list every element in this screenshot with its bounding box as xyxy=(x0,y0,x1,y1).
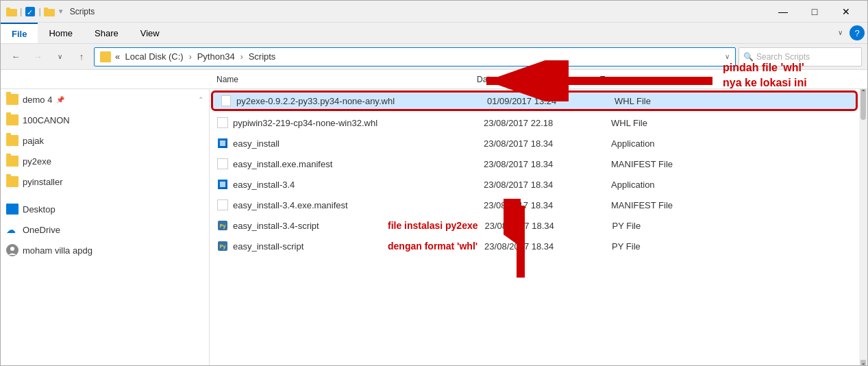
nav-item-onedrive[interactable]: ☁ OneDrive xyxy=(1,219,209,240)
file-name-script2: easy_install-script xyxy=(233,241,384,252)
col-type-header[interactable]: Type xyxy=(600,75,852,84)
title-folder-icon2 xyxy=(44,6,55,17)
nav-item-pajak[interactable]: pajak xyxy=(1,130,209,151)
annotation-inline-text2: dengan format 'whl' xyxy=(388,241,478,252)
maximize-button[interactable]: □ xyxy=(799,1,830,23)
nav-label-100canon: 100CANON xyxy=(23,115,70,125)
col-name-header[interactable]: Name xyxy=(216,75,477,84)
svg-rect-1 xyxy=(6,8,10,10)
path-part-scripts: Scripts xyxy=(249,51,276,62)
address-bar: ← → ∨ ↑ « Local Disk (C:) › Python34 › S… xyxy=(1,44,867,70)
address-path[interactable]: « Local Disk (C:) › Python34 › Scripts ∨ xyxy=(94,47,736,66)
file-icon-script1: Py xyxy=(216,219,229,232)
title-arrow: ▼ xyxy=(58,8,64,15)
tab-home[interactable]: Home xyxy=(38,23,84,43)
search-box[interactable]: 🔍 Search Scripts xyxy=(739,47,862,66)
nav-item-user[interactable]: moham villa apdg xyxy=(1,240,209,260)
svg-rect-5 xyxy=(44,8,48,10)
nav-item-py2exe[interactable]: py2exe xyxy=(1,151,209,171)
file-type-script1: PY File xyxy=(612,221,852,231)
file-date-script2: 23/08/2017 18.34 xyxy=(484,241,608,252)
svg-point-6 xyxy=(10,247,14,251)
file-icon-manifest2 xyxy=(216,199,229,211)
recent-button[interactable]: ∨ xyxy=(50,47,69,66)
file-row-easy-install-34[interactable]: easy_install-3.4 23/08/2017 18.34 Applic… xyxy=(210,174,859,195)
right-panel: py2exe-0.9.2.2-py33.py34-none-any.whl 01… xyxy=(210,89,859,365)
close-button[interactable]: ✕ xyxy=(830,1,862,23)
nav-label-desktop: Desktop xyxy=(23,204,55,215)
forward-button[interactable]: → xyxy=(28,47,47,66)
title-bar-icons: | ✓ | ▼ xyxy=(6,6,64,17)
back-button[interactable]: ← xyxy=(6,47,25,66)
file-icon-whl1 xyxy=(220,95,232,107)
nav-label-py2exe: py2exe xyxy=(23,156,51,167)
file-row-script1[interactable]: Py easy_install-3.4-script file instalas… xyxy=(210,215,859,236)
scroll-indicator: ⌃ xyxy=(198,96,203,103)
right-scrollbar[interactable]: ⌃ ⌄ xyxy=(859,89,867,365)
nav-label-user: moham villa apdg xyxy=(23,245,92,256)
file-icon-easy-install xyxy=(216,137,229,149)
file-type-manifest2: MANIFEST File xyxy=(611,200,852,210)
nav-item-desktop[interactable]: Desktop xyxy=(1,199,209,219)
right-panel-wrapper: py2exe-0.9.2.2-py33.py34-none-any.whl 01… xyxy=(210,89,867,365)
file-icon-manifest1 xyxy=(216,158,229,170)
file-row-script2[interactable]: Py easy_install-script dengan format 'wh… xyxy=(210,236,859,256)
tab-view[interactable]: View xyxy=(129,23,171,43)
file-date-easy-install: 23/08/2017 18.34 xyxy=(484,138,607,149)
path-text: « Local Disk (C:) xyxy=(115,51,184,62)
ribbon: File Home Share View ∨ ? xyxy=(1,23,867,44)
file-row-manifest1[interactable]: easy_install.exe.manifest 23/08/2017 18.… xyxy=(210,154,859,174)
nav-item-100canon[interactable]: 100CANON xyxy=(1,110,209,130)
file-name-script1: easy_install-3.4-script xyxy=(233,221,384,231)
folder-icon-demo4 xyxy=(6,94,18,105)
main-area: demo 4 📌 ⌃ 100CANON pajak py2exe pyinsta… xyxy=(1,89,867,365)
tab-share[interactable]: Share xyxy=(84,23,129,43)
path-part-python: Python34 xyxy=(197,51,235,62)
file-type-whl1: WHL File xyxy=(615,96,849,106)
file-list: py2exe-0.9.2.2-py33.py34-none-any.whl 01… xyxy=(210,89,859,365)
file-name-easy-install-34: easy_install-3.4 xyxy=(233,180,480,190)
scrollbar-thumb[interactable] xyxy=(860,93,866,120)
file-name-manifest2: easy_install-3.4.exe.manifest xyxy=(233,200,480,210)
file-icon-script2: Py xyxy=(216,240,229,252)
ribbon-expand-button[interactable]: ∨ xyxy=(830,23,850,42)
onedrive-icon: ☁ xyxy=(6,225,18,234)
file-type-whl2: WHL File xyxy=(611,118,852,128)
file-row-manifest2[interactable]: easy_install-3.4.exe.manifest 23/08/2017… xyxy=(210,195,859,215)
folder-icon-pajak xyxy=(6,135,18,146)
nav-label-onedrive: OneDrive xyxy=(23,225,60,235)
svg-text:✓: ✓ xyxy=(27,8,33,16)
nav-item-pyinstaller[interactable]: pyinstaller xyxy=(1,171,209,192)
search-icon: 🔍 xyxy=(743,52,754,62)
file-date-manifest1: 23/08/2017 18.34 xyxy=(484,159,607,169)
file-name-whl1: py2exe-0.9.2.2-py33.py34-none-any.whl xyxy=(236,96,483,106)
title-sep2: | xyxy=(38,6,40,16)
path-sep1: › xyxy=(189,52,192,62)
minimize-button[interactable]: — xyxy=(767,1,799,23)
nav-item-demo4[interactable]: demo 4 📌 ⌃ xyxy=(1,89,209,110)
file-row-whl1[interactable]: py2exe-0.9.2.2-py33.py34-none-any.whl 01… xyxy=(211,90,858,111)
help-button[interactable]: ? xyxy=(850,25,865,40)
up-button[interactable]: ↑ xyxy=(72,47,91,66)
title-bar: | ✓ | ▼ Scripts — □ ✕ xyxy=(1,1,867,23)
folder-icon-100canon xyxy=(6,114,18,125)
path-sep2: › xyxy=(240,52,243,62)
tab-file[interactable]: File xyxy=(1,23,38,43)
file-type-easy-install: Application xyxy=(611,138,852,149)
col-date-header[interactable]: Date modified xyxy=(477,75,600,84)
file-date-whl1: 01/09/2017 13.24 xyxy=(487,96,610,106)
title-controls: — □ ✕ xyxy=(767,1,862,23)
file-type-easy-install-34: Application xyxy=(611,180,852,190)
file-row-easy-install[interactable]: easy_install 23/08/2017 18.34 Applicatio… xyxy=(210,133,859,154)
file-type-script2: PY File xyxy=(612,241,852,252)
file-row-whl2[interactable]: pypiwin32-219-cp34-none-win32.whl 23/08/… xyxy=(210,112,859,133)
file-name-manifest1: easy_install.exe.manifest xyxy=(233,159,480,169)
file-name-easy-install: easy_install xyxy=(233,138,480,149)
nav-label-pyinstaller: pyinstaller xyxy=(23,177,63,187)
file-date-script1: 23/08/2017 18.34 xyxy=(485,221,608,231)
file-icon-whl2 xyxy=(216,117,229,129)
desktop-icon xyxy=(6,204,18,215)
nav-label-pajak: pajak xyxy=(23,136,44,146)
annotation-inline-text1: file instalasi py2exe xyxy=(388,220,478,231)
nav-label-demo4: demo 4 xyxy=(23,95,52,105)
